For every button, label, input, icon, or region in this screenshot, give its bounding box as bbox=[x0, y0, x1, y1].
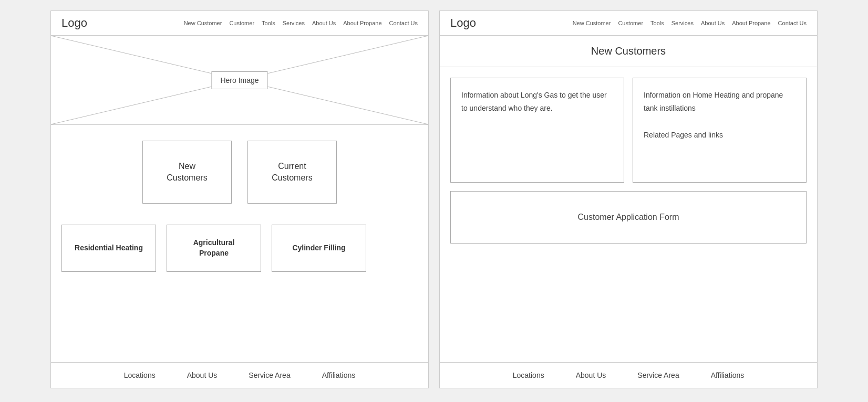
nav-contact-us[interactable]: Contact Us bbox=[389, 20, 418, 26]
right-nav-customer[interactable]: Customer bbox=[618, 20, 643, 26]
info-box-right: Information on Home Heating and propane … bbox=[633, 78, 807, 183]
agricultural-propane-label: AgriculturalPropane bbox=[193, 238, 235, 258]
current-customers-label: CurrentCustomers bbox=[272, 161, 312, 184]
services-row: Residential Heating AgriculturalPropane … bbox=[61, 225, 418, 272]
nav-new-customer[interactable]: New Customer bbox=[184, 20, 222, 26]
nav-about-us[interactable]: About Us bbox=[312, 20, 336, 26]
footer-locations[interactable]: Locations bbox=[124, 371, 156, 379]
info-text-right: Information on Home Heating and propane … bbox=[644, 91, 783, 139]
cylinder-filling-label: Cylinder Filling bbox=[292, 243, 345, 253]
right-footer-affiliations[interactable]: Affiliations bbox=[711, 371, 745, 379]
right-nav-tools[interactable]: Tools bbox=[650, 20, 664, 26]
hero-label: Hero Image bbox=[211, 71, 267, 89]
left-nav: New Customer Customer Tools Services Abo… bbox=[184, 20, 418, 26]
right-nav-services[interactable]: Services bbox=[671, 20, 694, 26]
agricultural-propane-box[interactable]: AgriculturalPropane bbox=[167, 225, 261, 272]
right-main-content: Information about Long's Gas to get the … bbox=[440, 67, 817, 362]
new-customers-label: NewCustomers bbox=[167, 161, 207, 184]
left-wireframe: Logo New Customer Customer Tools Service… bbox=[50, 10, 429, 388]
current-customers-card[interactable]: CurrentCustomers bbox=[247, 141, 337, 204]
info-boxes-row: Information about Long's Gas to get the … bbox=[450, 78, 807, 183]
nav-customer[interactable]: Customer bbox=[229, 20, 254, 26]
customer-application-form[interactable]: Customer Application Form bbox=[450, 191, 807, 244]
left-main-content: NewCustomers CurrentCustomers Residentia… bbox=[51, 125, 428, 362]
right-nav-new-customer[interactable]: New Customer bbox=[573, 20, 611, 26]
right-wireframe: Logo New Customer Customer Tools Service… bbox=[439, 10, 818, 388]
residential-heating-box[interactable]: Residential Heating bbox=[61, 225, 156, 272]
form-label: Customer Application Form bbox=[578, 213, 679, 222]
left-footer: Locations About Us Service Area Affiliat… bbox=[51, 362, 428, 388]
right-footer-service-area[interactable]: Service Area bbox=[637, 371, 679, 379]
hero-section: Hero Image bbox=[51, 36, 428, 125]
right-header: Logo New Customer Customer Tools Service… bbox=[440, 11, 817, 36]
new-customers-card[interactable]: NewCustomers bbox=[142, 141, 232, 204]
right-nav: New Customer Customer Tools Services Abo… bbox=[573, 20, 807, 26]
nav-tools[interactable]: Tools bbox=[262, 20, 275, 26]
info-box-left: Information about Long's Gas to get the … bbox=[450, 78, 624, 183]
residential-heating-label: Residential Heating bbox=[75, 243, 143, 253]
right-footer-locations[interactable]: Locations bbox=[513, 371, 544, 379]
right-logo: Logo bbox=[450, 16, 476, 30]
nav-about-propane[interactable]: About Propane bbox=[343, 20, 381, 26]
footer-service-area[interactable]: Service Area bbox=[249, 371, 290, 379]
info-text-left: Information about Long's Gas to get the … bbox=[461, 91, 607, 112]
right-nav-contact-us[interactable]: Contact Us bbox=[778, 20, 807, 26]
right-footer-about-us[interactable]: About Us bbox=[576, 371, 606, 379]
nav-services[interactable]: Services bbox=[283, 20, 305, 26]
left-logo: Logo bbox=[61, 16, 87, 30]
page-title-bar: New Customers bbox=[440, 36, 817, 67]
footer-affiliations[interactable]: Affiliations bbox=[322, 371, 356, 379]
cards-row: NewCustomers CurrentCustomers bbox=[61, 141, 418, 204]
right-nav-about-propane[interactable]: About Propane bbox=[732, 20, 770, 26]
page-title: New Customers bbox=[591, 45, 666, 57]
left-header: Logo New Customer Customer Tools Service… bbox=[51, 11, 428, 36]
right-footer: Locations About Us Service Area Affiliat… bbox=[440, 362, 817, 388]
footer-about-us[interactable]: About Us bbox=[187, 371, 218, 379]
cylinder-filling-box[interactable]: Cylinder Filling bbox=[272, 225, 366, 272]
right-nav-about-us[interactable]: About Us bbox=[701, 20, 725, 26]
